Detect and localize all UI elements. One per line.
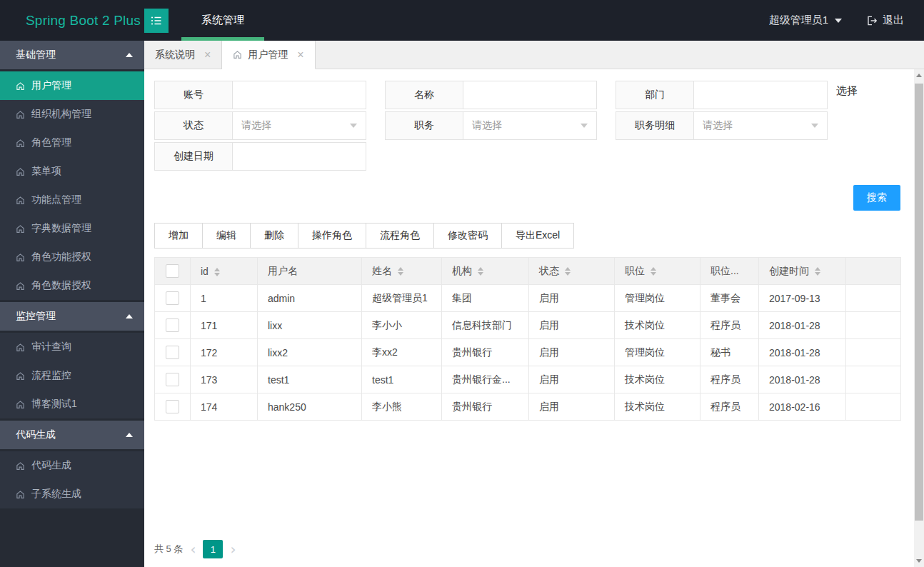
- search-button[interactable]: 搜索: [853, 185, 900, 211]
- current-page-button[interactable]: 1: [203, 540, 223, 558]
- table-cell: lixx: [258, 312, 362, 339]
- sidebar-item[interactable]: 子系统生成: [0, 480, 144, 508]
- table-cell: 技术岗位: [615, 366, 700, 393]
- department-input[interactable]: [703, 89, 818, 101]
- field-label: 创建日期: [155, 143, 233, 170]
- create-date-input[interactable]: [241, 151, 357, 162]
- sidebar-item[interactable]: 角色功能授权: [0, 243, 144, 271]
- column-header[interactable]: 机构: [442, 258, 529, 285]
- table-cell: 启用: [529, 339, 615, 366]
- select-all-header-cell: [155, 258, 191, 285]
- scrollbar-thumb[interactable]: [915, 84, 923, 521]
- sidebar-item[interactable]: 代码生成: [0, 451, 144, 480]
- sidebar-item-label: 菜单项: [31, 165, 61, 178]
- column-header[interactable]: 创建时间: [759, 258, 846, 285]
- table-cell: 启用: [529, 366, 615, 393]
- table-row[interactable]: 174hank250李小熊贵州银行启用技术岗位程序员2018-02-16: [155, 393, 901, 421]
- sidebar-item[interactable]: 菜单项: [0, 157, 144, 186]
- table-cell: 2018-02-16: [759, 393, 846, 421]
- table-cell: 管理岗位: [615, 285, 700, 312]
- toolbar-button-2[interactable]: 编辑: [202, 223, 251, 249]
- logout-button[interactable]: 退出: [866, 14, 904, 27]
- department-select-link[interactable]: 选择: [836, 84, 858, 98]
- sidebar-section-header[interactable]: 代码生成: [0, 421, 144, 449]
- sidebar-item[interactable]: 用户管理: [0, 71, 144, 100]
- table-cell: 技术岗位: [615, 312, 700, 339]
- duty-detail-select[interactable]: 职务明细请选择: [616, 111, 828, 140]
- sidebar-item[interactable]: 功能点管理: [0, 186, 144, 214]
- sidebar-item-label: 字典数据管理: [31, 222, 91, 235]
- column-header[interactable]: 姓名: [362, 258, 442, 285]
- column-header[interactable]: 状态: [529, 258, 615, 285]
- table-cell: 超级管理员1: [362, 285, 442, 312]
- close-icon[interactable]: ×: [297, 49, 303, 61]
- row-checkbox[interactable]: [166, 400, 179, 413]
- table-cell: 秘书: [700, 339, 759, 366]
- prev-page-chevron-icon[interactable]: ‹: [190, 542, 196, 556]
- table-cell: 1: [191, 285, 258, 312]
- close-icon[interactable]: ×: [204, 49, 211, 61]
- sidebar-item[interactable]: 博客测试1: [0, 390, 144, 418]
- sidebar-toggle-button[interactable]: [144, 9, 169, 33]
- navbar-right: 超级管理员1 退出: [769, 14, 924, 27]
- table-empty-header-cell: [846, 258, 901, 285]
- table-cell: 程序员: [700, 393, 759, 421]
- toolbar-button-4[interactable]: 操作角色: [298, 223, 366, 249]
- column-header[interactable]: id: [191, 258, 258, 285]
- row-checkbox[interactable]: [166, 346, 179, 359]
- name-input[interactable]: [472, 89, 588, 101]
- toolbar-button-7[interactable]: 导出Excel: [501, 223, 574, 249]
- column-header: 职位...: [700, 258, 759, 285]
- status-select[interactable]: 状态请选择: [154, 111, 366, 140]
- scroll-up-arrow-icon[interactable]: [916, 74, 922, 77]
- field-label: 账号: [155, 81, 233, 109]
- nav-menu-system-management[interactable]: 系统管理: [181, 0, 264, 41]
- account-input[interactable]: [241, 89, 357, 101]
- table-cell: 李xx2: [362, 339, 442, 366]
- sort-up-icon: [651, 267, 656, 271]
- row-checkbox[interactable]: [166, 318, 179, 332]
- row-checkbox[interactable]: [166, 373, 179, 386]
- sidebar-item-label: 角色数据授权: [31, 279, 91, 292]
- next-page-chevron-icon[interactable]: ›: [230, 542, 236, 556]
- sidebar-item[interactable]: 角色管理: [0, 129, 144, 157]
- table-row[interactable]: 172lixx2李xx2贵州银行启用管理岗位秘书2018-01-28: [155, 339, 901, 366]
- table-row[interactable]: 1admin超级管理员1集团启用管理岗位董事会2017-09-13: [155, 285, 901, 312]
- user-dropdown[interactable]: 超级管理员1: [769, 14, 842, 27]
- table-cell: 程序员: [700, 312, 759, 339]
- table-row[interactable]: 171lixx李小小信息科技部门启用技术岗位程序员2018-01-28: [155, 312, 901, 339]
- sidebar-item-label: 用户管理: [31, 79, 71, 92]
- scroll-down-arrow-icon[interactable]: [916, 559, 922, 563]
- field-value-area: [233, 143, 366, 170]
- field-label: 部门: [616, 81, 694, 109]
- sidebar-item[interactable]: 角色数据授权: [0, 271, 144, 300]
- toolbar-button-1[interactable]: 增加: [154, 223, 203, 249]
- field-value-area: [463, 81, 596, 109]
- toolbar-button-6[interactable]: 修改密码: [433, 223, 502, 249]
- sidebar-item[interactable]: 流程监控: [0, 361, 144, 390]
- sidebar-item[interactable]: 字典数据管理: [0, 214, 144, 243]
- sort-down-icon: [565, 272, 571, 276]
- toolbar-button-3[interactable]: 删除: [250, 223, 298, 249]
- column-header[interactable]: 职位: [615, 258, 700, 285]
- sidebar-item[interactable]: 组织机构管理: [0, 100, 144, 129]
- column-header-label: 机构: [452, 265, 472, 276]
- sort-down-icon: [398, 272, 403, 276]
- sidebar-section-header[interactable]: 监控管理: [0, 302, 144, 331]
- row-checkbox[interactable]: [166, 291, 179, 305]
- table-row[interactable]: 173test1test1贵州银行金...启用技术岗位程序员2018-01-28: [155, 366, 901, 393]
- vertical-scrollbar[interactable]: [914, 69, 924, 567]
- column-header-label: 用户名: [268, 265, 298, 276]
- chevron-down-icon: [581, 124, 588, 128]
- sidebar-item[interactable]: 审计查询: [0, 333, 144, 361]
- sort-down-icon: [214, 273, 220, 276]
- tab-1[interactable]: 系统说明×: [144, 41, 222, 69]
- duty-select[interactable]: 职务请选择: [385, 111, 597, 140]
- sidebar-section-header[interactable]: 基础管理: [0, 41, 144, 69]
- table-cell: admin: [258, 285, 362, 312]
- toolbar-button-5[interactable]: 流程角色: [366, 223, 434, 249]
- tab-2[interactable]: 用户管理×: [222, 41, 315, 69]
- sidebar-item-label: 代码生成: [31, 459, 71, 472]
- sidebar-item-label: 博客测试1: [31, 398, 77, 411]
- select-all-checkbox[interactable]: [166, 264, 179, 278]
